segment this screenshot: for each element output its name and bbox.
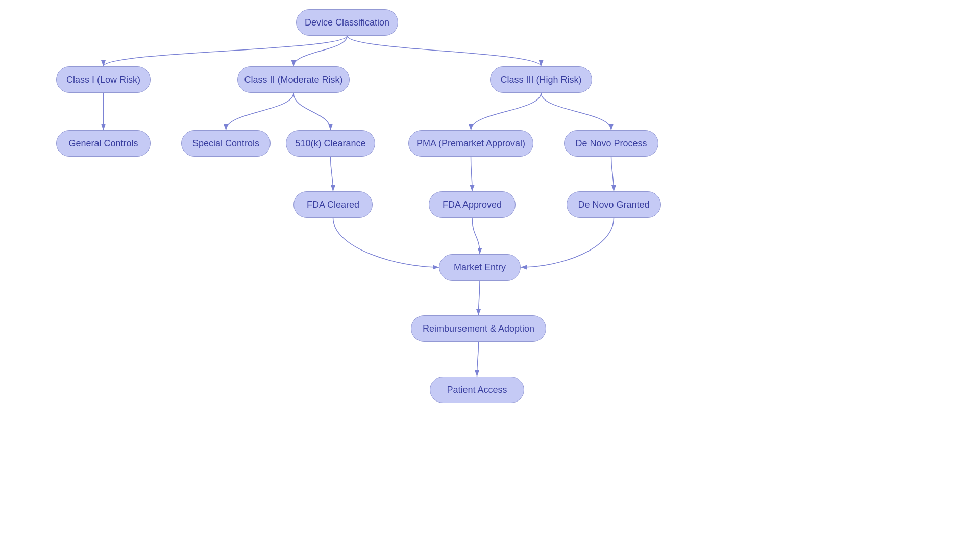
node-fda_cleared: FDA Cleared [293, 191, 373, 218]
node-gen_controls: General Controls [56, 130, 151, 157]
node-spec_controls: Special Controls [181, 130, 271, 157]
node-de_novo_process: De Novo Process [564, 130, 658, 157]
node-root: Device Classification [296, 9, 398, 36]
node-class2: Class II (Moderate Risk) [237, 66, 350, 93]
node-de_novo_granted: De Novo Granted [567, 191, 661, 218]
node-class3: Class III (High Risk) [490, 66, 592, 93]
diagram-container: Device ClassificationClass I (Low Risk)C… [0, 0, 980, 551]
node-pma: PMA (Premarket Approval) [408, 130, 533, 157]
node-class1: Class I (Low Risk) [56, 66, 151, 93]
node-market_entry: Market Entry [439, 254, 521, 281]
node-patient_access: Patient Access [430, 377, 524, 403]
node-reimbursement: Reimbursement & Adoption [411, 315, 546, 342]
node-fda_approved: FDA Approved [429, 191, 516, 218]
node-clearance_510k: 510(k) Clearance [286, 130, 375, 157]
